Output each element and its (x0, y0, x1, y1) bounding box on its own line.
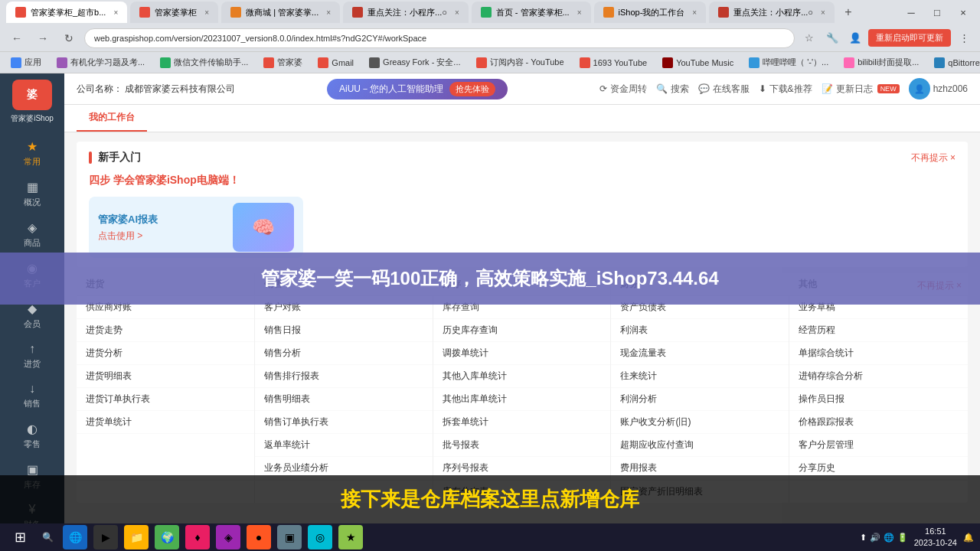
sidebar-item-sales[interactable]: ↓ 销售 (0, 376, 64, 416)
bookmark-bilibili-cover[interactable]: bilibili封面提取... (839, 55, 923, 70)
maximize-button[interactable]: □ (926, 2, 948, 23)
overlay-main-text: 管家婆一笑一码100正确，高效策略实施_iShop73.44.64 (261, 268, 718, 289)
bookmark-bilibili[interactable]: 哔哩哔哩（ '-'）... (744, 55, 833, 70)
ai-report-card[interactable]: 管家婆AI报表 点击使用 > 🧠 (89, 197, 303, 258)
bookmark-chemistry[interactable]: 有机化学习题及考... (52, 55, 149, 70)
tab-close-3[interactable]: × (326, 8, 331, 17)
menu-item-biz-history[interactable]: 经营历程 (789, 319, 968, 342)
browser-tab-4[interactable]: 重点关注：小程序...○ × (343, 2, 469, 23)
bookmark-wechat[interactable]: 微信文件传输助手... (155, 55, 253, 70)
taskbar-terminal-icon[interactable]: ▶ (93, 525, 118, 549)
workspace-tab[interactable]: 我的工作台 (77, 105, 147, 132)
menu-item-sales-detail[interactable]: 销售明细表 (255, 388, 433, 411)
menu-item-cashflow[interactable]: 现金流量表 (611, 342, 789, 365)
menu-item-income-stmt[interactable]: 利润表 (611, 319, 789, 342)
menu-item-overdue-ar[interactable]: 超期应收应付查询 (611, 434, 789, 457)
user-info[interactable]: 👤 hzhz006 (909, 78, 968, 99)
menu-item-customer-tier[interactable]: 客户分层管理 (789, 434, 968, 457)
bookmark-youtube-count[interactable]: 1693 YouTube (575, 56, 652, 70)
download-action[interactable]: ⬇ 下载&推荐 (759, 83, 812, 96)
menu-item-acct-inout[interactable]: 账户收支分析(旧) (611, 411, 789, 434)
changelog-action[interactable]: 📝 更新日志 NEW (822, 83, 900, 96)
menu-item-operator-daily[interactable]: 操作员日报 (789, 388, 968, 411)
bookmark-youtube-sub[interactable]: 订阅内容 - YouTube (472, 55, 569, 70)
support-icon: 💬 (698, 83, 710, 94)
forward-button[interactable]: → (32, 28, 54, 49)
update-button[interactable]: 重新启动即可更新 (868, 29, 951, 47)
browser-tab-active[interactable]: 管家婆掌柜_超市b... × (6, 2, 127, 23)
menu-item-purchase-stat[interactable]: 进货单统计 (77, 411, 254, 434)
sidebar-item-purchase[interactable]: ↑ 进货 (0, 336, 64, 376)
overlay-main: 管家婆一笑一码100正确，高效策略实施_iShop73.44.64 (0, 253, 980, 305)
bookmark-greasy[interactable]: Greasy Fork - 安全... (364, 55, 465, 70)
taskbar-search-button[interactable]: 🔍 (37, 527, 58, 548)
tab-close-6[interactable]: × (692, 8, 697, 17)
browser-tab-7[interactable]: 重点关注：小程序...○ × (709, 2, 835, 23)
menu-item-inventory-analysis[interactable]: 进销存综合分析 (789, 365, 968, 388)
menu-item-transfer-stat[interactable]: 调拨单统计 (433, 342, 611, 365)
sidebar-item-retail[interactable]: ◐ 零售 (0, 416, 64, 456)
back-button[interactable]: ← (6, 28, 28, 49)
new-tab-button[interactable]: + (838, 2, 859, 23)
taskbar-edge-icon[interactable]: 🌐 (63, 525, 87, 549)
menu-item-transactions[interactable]: 往来统计 (611, 365, 789, 388)
bookmark-youtube-music[interactable]: YouTube Music (658, 56, 738, 70)
support-action[interactable]: 💬 在线客服 (698, 83, 750, 96)
notification-icon[interactable]: 🔔 (963, 533, 974, 543)
menu-icon[interactable]: ⋮ (954, 28, 974, 48)
tab-close-1[interactable]: × (113, 8, 118, 17)
menu-item-sales-order-exec[interactable]: 销售订单执行表 (255, 411, 433, 434)
menu-item-purchase-trend[interactable]: 进货走势 (77, 319, 254, 342)
taskbar-app4-icon[interactable]: ▣ (277, 525, 302, 549)
tab-close-2[interactable]: × (204, 8, 209, 17)
menu-item-sales-rank[interactable]: 销售排行报表 (255, 365, 433, 388)
taskbar-app1-icon[interactable]: ♦ (185, 525, 210, 549)
menu-item-purchase-detail[interactable]: 进货明细表 (77, 365, 254, 388)
tab-close-7[interactable]: × (821, 8, 825, 17)
tab-close-5[interactable]: × (577, 8, 582, 17)
sidebar-item-goods[interactable]: ◈ 商品 (0, 214, 64, 255)
start-button[interactable]: ⊞ (6, 527, 34, 548)
menu-item-batch-report[interactable]: 批号报表 (433, 434, 611, 457)
browser-tab-3[interactable]: 微商城 | 管家婆掌... × (221, 2, 340, 23)
menu-item-price-tracking[interactable]: 价格跟踪报表 (789, 411, 968, 434)
dismiss-button[interactable]: 不再提示 × (911, 152, 956, 165)
close-button[interactable]: × (952, 2, 974, 23)
bookmark-icon[interactable]: ☆ (799, 28, 819, 48)
menu-item-history-inventory[interactable]: 历史库存查询 (433, 319, 611, 342)
capital-action[interactable]: ⟳ 资金周转 (599, 83, 647, 96)
menu-item-other-inbound[interactable]: 其他入库单统计 (433, 365, 611, 388)
taskbar-folder-icon[interactable]: 📁 (124, 525, 149, 549)
browser-tab-5[interactable]: 首页 - 管家婆掌柜... × (472, 2, 591, 23)
menu-item-purchase-order-exec[interactable]: 进货订单执行表 (77, 388, 254, 411)
profile-icon[interactable]: 👤 (845, 28, 865, 48)
ai-banner-button[interactable]: 抢先体验 (449, 82, 495, 96)
taskbar-app2-icon[interactable]: ◈ (216, 525, 240, 549)
search-action[interactable]: 🔍 搜索 (656, 83, 689, 96)
minimize-button[interactable]: ─ (900, 2, 922, 23)
bookmark-gmail[interactable]: Gmail (313, 56, 358, 70)
reload-button[interactable]: ↻ (58, 28, 80, 49)
menu-item-disassembly-stat[interactable]: 拆套单统计 (433, 411, 611, 434)
tab-close-4[interactable]: × (455, 8, 459, 17)
browser-tab-2[interactable]: 管家婆掌柜 × (130, 2, 218, 23)
taskbar-app5-icon[interactable]: ◎ (308, 525, 332, 549)
bookmark-qbittorrent[interactable]: qBittorrent_Enhan... (929, 56, 980, 70)
menu-item-sales-analysis[interactable]: 销售分析 (255, 342, 433, 365)
menu-item-purchase-analysis[interactable]: 进货分析 (77, 342, 254, 365)
menu-item-profit-analysis[interactable]: 利润分析 (611, 388, 789, 411)
menu-item-sales-daily[interactable]: 销售日报 (255, 319, 433, 342)
menu-item-other-outbound[interactable]: 其他出库单统计 (433, 388, 611, 411)
browser-tab-6[interactable]: iShop-我的工作台 × (594, 2, 707, 23)
taskbar-app3-icon[interactable]: ● (247, 525, 271, 549)
sidebar-item-overview[interactable]: ▦ 概况 (0, 174, 64, 214)
sidebar-item-common[interactable]: ★ 常用 (0, 133, 64, 174)
taskbar-browser-icon[interactable]: 🌍 (155, 525, 179, 549)
address-input[interactable]: web.graspishop.com/version/20231007_vers… (84, 28, 795, 48)
extension-icon[interactable]: 🔧 (822, 28, 842, 48)
menu-item-return-rate[interactable]: 返单率统计 (255, 434, 433, 457)
bookmark-apps[interactable]: 应用 (6, 55, 46, 70)
taskbar-app6-icon[interactable]: ★ (338, 525, 363, 549)
menu-item-doc-combined[interactable]: 单据综合统计 (789, 342, 968, 365)
bookmark-guanjiapo[interactable]: 管家婆 (259, 55, 307, 70)
